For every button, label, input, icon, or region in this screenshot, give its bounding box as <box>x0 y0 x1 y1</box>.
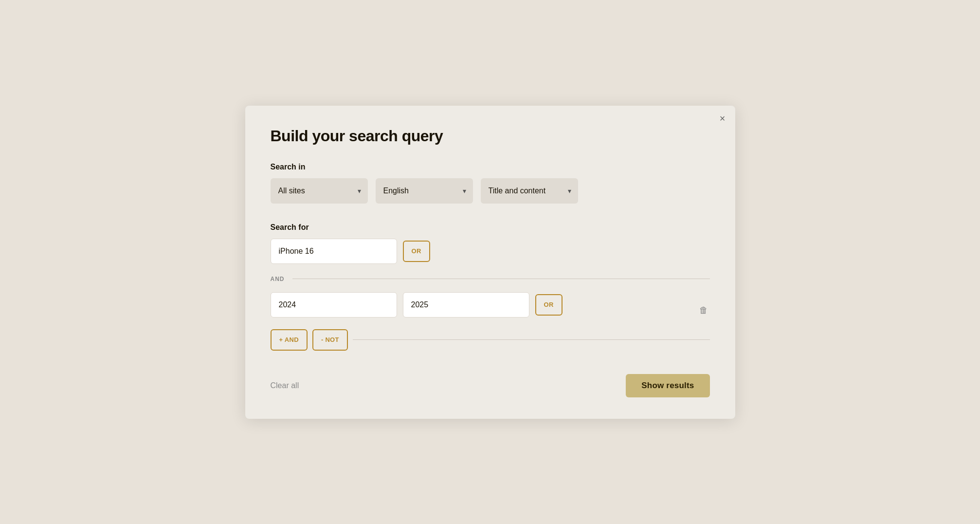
dropdowns-row: All sites Site 1 Site 2 ▾ English French… <box>271 178 710 204</box>
search-row-1: OR <box>271 239 710 264</box>
language-dropdown[interactable]: English French German Spanish <box>376 178 473 204</box>
modal-title: Build your search query <box>271 127 710 145</box>
or-button-2[interactable]: OR <box>535 294 563 316</box>
sites-dropdown[interactable]: All sites Site 1 Site 2 <box>271 178 368 204</box>
sites-dropdown-wrapper: All sites Site 1 Site 2 ▾ <box>271 178 368 204</box>
search-input-2025[interactable] <box>403 292 529 318</box>
search-for-label: Search for <box>271 223 710 232</box>
plus-and-button[interactable]: + AND <box>271 329 308 351</box>
not-button[interactable]: - NOT <box>312 329 348 351</box>
show-results-button[interactable]: Show results <box>626 374 709 397</box>
search-input-1[interactable] <box>271 239 397 264</box>
delete-row-button[interactable]: 🗑 <box>697 303 710 318</box>
search-for-section: Search for OR <box>271 223 710 264</box>
search-input-2024[interactable] <box>271 292 397 318</box>
and-search-row: OR <box>271 292 563 318</box>
bottom-divider-line <box>353 339 710 340</box>
clear-all-button[interactable]: Clear all <box>271 381 299 390</box>
trash-icon: 🗑 <box>699 305 708 315</box>
search-query-modal: × Build your search query Search in All … <box>245 106 735 419</box>
footer: Clear all Show results <box>271 374 710 397</box>
close-button[interactable]: × <box>720 113 726 123</box>
scope-dropdown[interactable]: Title and content Title only Content onl… <box>481 178 578 204</box>
and-divider: AND <box>271 276 710 282</box>
and-divider-line <box>292 279 710 279</box>
and-label: AND <box>271 276 285 282</box>
or-button-1[interactable]: OR <box>403 241 431 262</box>
scope-dropdown-wrapper: Title and content Title only Content onl… <box>481 178 578 204</box>
language-dropdown-wrapper: English French German Spanish ▾ <box>376 178 473 204</box>
plus-and-row: + AND - NOT <box>271 329 710 351</box>
search-in-label: Search in <box>271 163 710 171</box>
and-row-wrapper: OR 🗑 <box>271 292 710 329</box>
search-in-section: Search in All sites Site 1 Site 2 ▾ Engl… <box>271 163 710 204</box>
